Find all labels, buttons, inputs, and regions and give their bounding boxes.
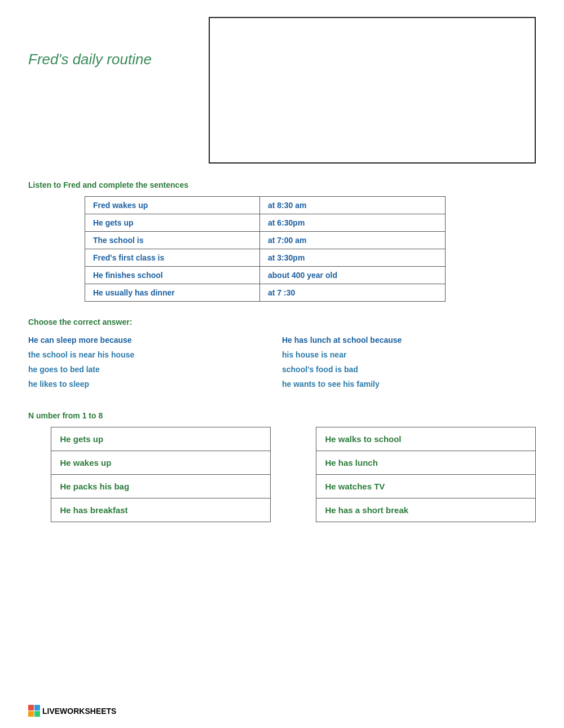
number-row: He packs his bag	[28, 475, 271, 498]
choice-item: school's food is bad	[282, 365, 536, 374]
number-cell-num	[28, 451, 51, 475]
number-row: He gets up	[28, 427, 271, 451]
listen-cell-right: at 8:30 am	[260, 197, 446, 214]
logo-squares	[28, 705, 40, 717]
number-cell-num	[293, 427, 316, 451]
number-tables: He gets upHe wakes upHe packs his bagHe …	[28, 427, 536, 522]
choice-item: he goes to bed late	[28, 365, 282, 374]
logo-sq2	[34, 705, 40, 711]
listen-row: He gets upat 6:30pm	[85, 214, 446, 232]
number-cell-text: He gets up	[51, 427, 271, 451]
number-cell-text: He wakes up	[51, 451, 271, 475]
listen-cell-left: He gets up	[85, 214, 260, 232]
choice-item: his house is near	[282, 350, 536, 359]
listen-cell-left: Fred's first class is	[85, 249, 260, 267]
listen-cell-right: at 7 :30	[260, 284, 446, 302]
logo-sq4	[34, 711, 40, 717]
footer: LIVEWORKSHEETS	[28, 705, 116, 717]
listen-section: Listen to Fred and complete the sentence…	[28, 180, 536, 302]
number-row: He has lunch	[293, 451, 536, 475]
number-cell-text: He has a short break	[316, 498, 536, 522]
listen-row: Fred wakes upat 8:30 am	[85, 197, 446, 214]
listen-cell-right: at 3:30pm	[260, 249, 446, 267]
choose-col-left: He can sleep more becausethe school is n…	[28, 336, 282, 394]
listen-row: Fred's first class isat 3:30pm	[85, 249, 446, 267]
listen-cell-left: Fred wakes up	[85, 197, 260, 214]
choice-item: the school is near his house	[28, 350, 282, 359]
listen-cell-left: He finishes school	[85, 267, 260, 284]
liveworksheets-logo: LIVEWORKSHEETS	[28, 705, 116, 717]
number-row: He walks to school	[293, 427, 536, 451]
choose-col-right: He has lunch at school becausehis house …	[282, 336, 536, 394]
number-cell-text: He has breakfast	[51, 498, 271, 522]
logo-sq1	[28, 705, 34, 711]
choice-item: he likes to sleep	[28, 380, 282, 389]
choice-item: He has lunch at school because	[282, 336, 536, 345]
listen-row: He finishes schoolabout 400 year old	[85, 267, 446, 284]
listen-cell-right: at 6:30pm	[260, 214, 446, 232]
number-cell-num	[28, 427, 51, 451]
listen-label: Listen to Fred and complete the sentence…	[28, 180, 536, 189]
number-cell-text: He packs his bag	[51, 475, 271, 498]
number-cell-num	[293, 498, 316, 522]
footer-text: LIVEWORKSHEETS	[42, 707, 116, 716]
header-area: Fred's daily routine	[28, 17, 536, 164]
listen-cell-right: about 400 year old	[260, 267, 446, 284]
number-section: N umber from 1 to 8 He gets upHe wakes u…	[28, 411, 536, 522]
listen-cell-left: The school is	[85, 232, 260, 249]
choice-item: He can sleep more because	[28, 336, 282, 345]
number-row: He has breakfast	[28, 498, 271, 522]
listen-row: The school isat 7:00 am	[85, 232, 446, 249]
listen-row: He usually has dinnerat 7 :30	[85, 284, 446, 302]
page-title: Fred's daily routine	[28, 51, 152, 68]
number-label: N umber from 1 to 8	[28, 411, 536, 420]
number-cell-text: He walks to school	[316, 427, 536, 451]
number-table-right: He walks to schoolHe has lunchHe watches…	[293, 427, 536, 522]
number-row: He watches TV	[293, 475, 536, 498]
listen-table: Fred wakes upat 8:30 amHe gets upat 6:30…	[85, 196, 446, 302]
listen-cell-left: He usually has dinner	[85, 284, 260, 302]
number-cell-num	[293, 475, 316, 498]
number-cell-num	[28, 498, 51, 522]
logo-sq3	[28, 711, 34, 717]
number-table-left: He gets upHe wakes upHe packs his bagHe …	[28, 427, 271, 522]
number-cell-num	[28, 475, 51, 498]
choose-section: Choose the correct answer: He can sleep …	[28, 317, 536, 394]
number-cell-text: He has lunch	[316, 451, 536, 475]
listen-cell-right: at 7:00 am	[260, 232, 446, 249]
choose-label: Choose the correct answer:	[28, 317, 536, 327]
image-placeholder	[209, 17, 536, 164]
title-area: Fred's daily routine	[28, 17, 197, 68]
number-cell-text: He watches TV	[316, 475, 536, 498]
number-row: He wakes up	[28, 451, 271, 475]
choose-columns: He can sleep more becausethe school is n…	[28, 336, 536, 394]
number-row: He has a short break	[293, 498, 536, 522]
number-cell-num	[293, 451, 316, 475]
choice-item: he wants to see his family	[282, 380, 536, 389]
